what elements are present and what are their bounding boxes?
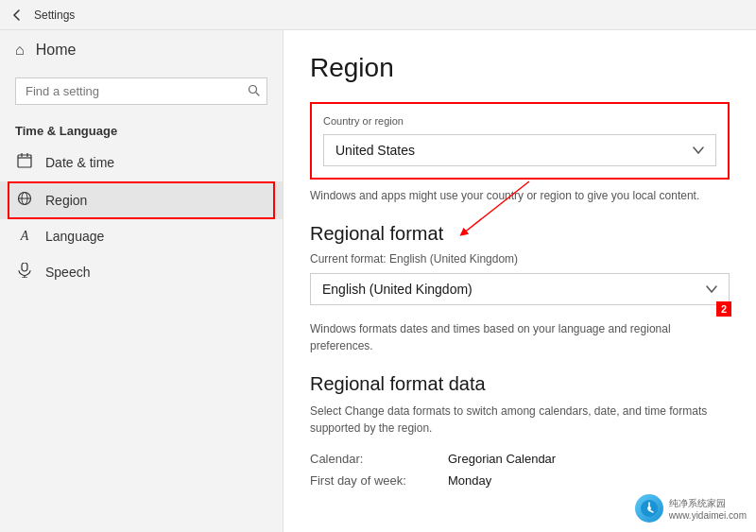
first-day-value: Monday: [448, 473, 491, 488]
watermark-text-line1: 纯净系统家园: [669, 497, 747, 510]
calendar-value: Gregorian Calendar: [448, 452, 556, 466]
search-icon: [248, 84, 260, 99]
speech-icon: [15, 263, 34, 282]
title-bar-label: Settings: [34, 9, 75, 22]
main-layout: ⌂ Home Time & Language Date & time Regio…: [0, 30, 756, 532]
country-region-description: Windows and apps might use your country …: [310, 187, 730, 204]
page-title: Region: [310, 53, 730, 83]
content-area: Region Country or region United States W…: [284, 30, 756, 532]
watermark-icon: [635, 494, 663, 523]
sidebar-item-region[interactable]: Region: [0, 181, 283, 219]
sidebar-item-speech[interactable]: Speech: [0, 253, 283, 291]
sidebar-speech-label: Speech: [45, 265, 90, 280]
sidebar-language-label: Language: [45, 229, 104, 244]
region-icon: [15, 191, 34, 210]
watermark: 纯净系统家园 www.yidaimei.com: [635, 494, 747, 523]
title-bar: Settings: [0, 0, 756, 30]
annotation-badge-2: 2: [716, 301, 731, 317]
country-region-value: United States: [335, 143, 415, 158]
sidebar-item-date-time[interactable]: Date & time: [0, 144, 283, 181]
current-format-label: Current format: English (United Kingdom): [310, 252, 730, 266]
regional-format-description: Windows formats dates and times based on…: [310, 320, 730, 354]
sidebar-search[interactable]: [15, 77, 267, 105]
data-row-first-day: First day of week: Monday: [310, 473, 730, 488]
sidebar: ⌂ Home Time & Language Date & time Regio…: [0, 30, 284, 532]
country-region-section: Country or region United States: [310, 102, 730, 180]
watermark-text: 纯净系统家园 www.yidaimei.com: [669, 497, 747, 521]
sidebar-item-language[interactable]: A Language: [0, 219, 283, 253]
sidebar-region-label: Region: [45, 193, 87, 208]
first-day-label: First day of week:: [310, 473, 433, 488]
calendar-label: Calendar:: [310, 452, 433, 466]
regional-format-dropdown-wrapper: English (United Kingdom) 2: [310, 273, 730, 305]
search-input[interactable]: [15, 77, 267, 105]
regional-format-chevron: [706, 283, 717, 296]
svg-point-13: [647, 506, 651, 510]
regional-format-data-heading: Regional format data: [310, 373, 730, 395]
svg-rect-9: [22, 263, 27, 271]
country-region-dropdown[interactable]: United States: [323, 134, 716, 166]
sidebar-date-time-label: Date & time: [45, 155, 114, 170]
sidebar-section-title: Time & Language: [0, 112, 283, 144]
home-icon: ⌂: [15, 42, 25, 59]
regional-format-heading: Regional format: [310, 223, 730, 245]
regional-format-data-description: Select Change data formats to switch amo…: [310, 403, 730, 437]
data-row-calendar: Calendar: Gregorian Calendar: [310, 452, 730, 466]
regional-format-dropdown[interactable]: English (United Kingdom): [310, 273, 730, 305]
svg-point-0: [249, 85, 257, 93]
country-region-label: Country or region: [323, 115, 716, 127]
svg-rect-2: [18, 155, 31, 167]
watermark-text-line2: www.yidaimei.com: [669, 510, 747, 521]
sidebar-item-region-wrapper: Region: [0, 181, 283, 219]
svg-line-1: [256, 93, 259, 95]
country-region-chevron: [693, 144, 704, 157]
language-icon: A: [15, 229, 34, 244]
sidebar-item-home[interactable]: ⌂ Home: [0, 30, 283, 70]
regional-format-value: English (United Kingdom): [322, 282, 472, 297]
date-time-icon: [15, 153, 34, 172]
back-button[interactable]: [11, 8, 26, 23]
arrow-1-svg: [284, 304, 298, 380]
sidebar-home-label: Home: [36, 42, 77, 59]
